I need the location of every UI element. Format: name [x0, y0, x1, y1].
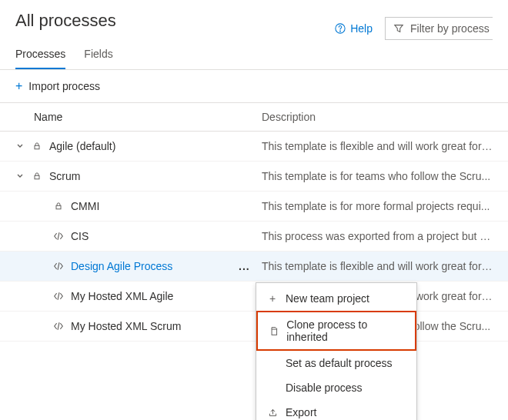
filter-input[interactable]: Filter by process name	[385, 17, 493, 40]
table-row[interactable]: Agile (default)This template is flexible…	[0, 132, 508, 162]
tabs: Processes Fields	[0, 40, 508, 70]
process-name[interactable]: Design Agile Process	[71, 260, 172, 272]
lock-icon	[52, 202, 65, 211]
table-row[interactable]: My Hosted XML AgileThis template is flex…	[0, 282, 508, 312]
table-row[interactable]: My Hosted XML ScrumThis template is for …	[0, 312, 508, 342]
table-header: Name Description	[0, 102, 508, 132]
process-name: Scrum	[49, 170, 80, 182]
filter-icon	[393, 23, 404, 34]
row-name-cell: My Hosted XML Scrum	[15, 320, 262, 332]
svg-point-1	[340, 31, 341, 32]
import-label: Import process	[28, 80, 100, 92]
help-icon	[335, 23, 346, 34]
row-name-cell: My Hosted XML Agile	[15, 290, 262, 302]
svg-rect-5	[272, 329, 277, 335]
process-name: My Hosted XML Agile	[71, 290, 173, 302]
context-menu: + New team project Clone process to inhe…	[256, 282, 417, 342]
process-description: This template is flexible and will work …	[262, 260, 493, 272]
svg-rect-4	[56, 205, 61, 209]
table-row[interactable]: CISThis process was exported from a proj…	[0, 222, 508, 252]
menu-new-team-project[interactable]: + New team project	[256, 286, 416, 311]
lock-icon	[31, 142, 43, 151]
process-name: CMMI	[71, 200, 99, 212]
col-name-header[interactable]: Name	[15, 111, 262, 123]
row-name-cell: CIS	[15, 230, 262, 242]
code-icon	[52, 322, 65, 331]
process-name: My Hosted XML Scrum	[71, 320, 181, 332]
row-name-cell: Design Agile Process	[15, 260, 262, 272]
row-name-cell: Agile (default)	[15, 140, 262, 152]
import-process-button[interactable]: + Import process	[0, 70, 508, 102]
table-row[interactable]: ScrumThis template is for teams who foll…	[0, 162, 508, 192]
process-description: This template is for more formal project…	[262, 200, 493, 212]
process-description: This template is for teams who follow th…	[262, 170, 493, 182]
help-link[interactable]: Help	[335, 22, 373, 35]
page-title: All processes	[15, 11, 116, 31]
process-name: CIS	[71, 230, 89, 242]
tab-processes[interactable]: Processes	[15, 48, 65, 69]
chevron-down-icon[interactable]	[15, 142, 25, 150]
plus-icon: +	[267, 292, 278, 305]
process-description: This template is flexible and will work …	[262, 140, 493, 152]
menu-label: New team project	[286, 292, 369, 305]
code-icon	[52, 262, 65, 271]
menu-label: Clone process to inherited	[286, 318, 404, 342]
process-name: Agile (default)	[49, 140, 115, 152]
code-icon	[52, 292, 65, 301]
chevron-down-icon[interactable]	[15, 172, 25, 180]
help-label: Help	[350, 22, 373, 35]
col-desc-header[interactable]: Description	[262, 111, 493, 123]
plus-icon: +	[15, 79, 22, 93]
svg-rect-3	[35, 175, 39, 179]
process-description: This process was exported from a project…	[262, 230, 493, 242]
row-name-cell: CMMI	[15, 200, 262, 212]
code-icon	[52, 232, 65, 241]
row-name-cell: Scrum	[15, 170, 262, 182]
menu-clone-process[interactable]: Clone process to inherited	[256, 311, 416, 342]
table-row[interactable]: CMMIThis template is for more formal pro…	[0, 192, 508, 222]
svg-rect-2	[35, 145, 39, 149]
lock-icon	[31, 172, 43, 181]
table-row[interactable]: Design Agile ProcessThis template is fle…	[0, 252, 508, 282]
copy-icon	[269, 326, 279, 336]
tab-fields[interactable]: Fields	[84, 48, 112, 69]
filter-placeholder: Filter by process name	[410, 22, 493, 35]
more-actions-button[interactable]: ...	[239, 260, 250, 272]
